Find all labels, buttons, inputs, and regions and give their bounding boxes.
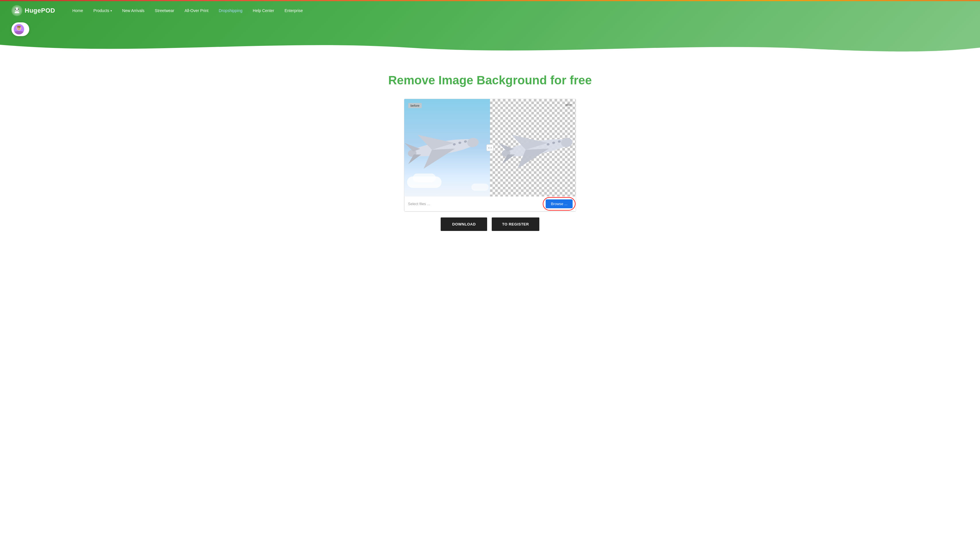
- avatar-bubble[interactable]: [12, 22, 29, 36]
- main-content: Remove Image Background for free before: [0, 56, 980, 242]
- before-panel: before: [404, 99, 490, 197]
- avatar-section: [0, 20, 980, 36]
- comparison-widget: before: [404, 99, 576, 212]
- after-label: after: [565, 103, 572, 107]
- main-nav: Home Products ▾ New Arrivals Streetwear …: [72, 8, 303, 13]
- before-label: before: [408, 103, 422, 108]
- svg-rect-9: [14, 31, 24, 35]
- svg-point-8: [20, 27, 20, 28]
- nav-item-home[interactable]: Home: [72, 8, 83, 13]
- nav-item-help-center[interactable]: Help Center: [253, 8, 274, 13]
- svg-point-3: [18, 8, 19, 10]
- logo[interactable]: HugePOD: [12, 5, 55, 16]
- divider-handle[interactable]: ‹ ›: [486, 144, 493, 151]
- svg-rect-10: [17, 26, 21, 27]
- header-wave: [0, 39, 980, 56]
- file-input-bar: Select files ... Browse ...: [404, 197, 576, 212]
- svg-point-2: [15, 8, 16, 10]
- nav-item-streetwear[interactable]: Streetwear: [155, 8, 175, 13]
- after-panel: after: [490, 99, 576, 197]
- logo-text: HugePOD: [25, 7, 55, 14]
- action-buttons: DOWNLOAD TO REGISTER: [441, 217, 539, 231]
- nav-item-new-arrivals[interactable]: New Arrivals: [122, 8, 145, 13]
- avatar: [14, 24, 24, 35]
- register-button[interactable]: TO REGISTER: [492, 217, 539, 231]
- nav-item-products[interactable]: Products ▾: [93, 8, 112, 13]
- comparison-container: before: [404, 99, 576, 197]
- nav-item-all-over-print[interactable]: All-Over Print: [185, 8, 208, 13]
- svg-rect-4: [15, 12, 19, 13]
- nav-item-dropshipping[interactable]: Dropshipping: [219, 8, 243, 13]
- nav-item-enterprise[interactable]: Enterprise: [285, 8, 303, 13]
- download-button[interactable]: DOWNLOAD: [441, 217, 487, 231]
- chevron-down-icon: ▾: [110, 9, 112, 12]
- page-title: Remove Image Background for free: [388, 73, 592, 87]
- header: HugePOD Home Products ▾ New Arrivals S: [0, 1, 980, 56]
- file-select-text: Select files ...: [408, 202, 543, 206]
- browse-button[interactable]: Browse ...: [546, 199, 573, 208]
- browse-button-wrapper: Browse ...: [546, 199, 573, 208]
- svg-point-7: [18, 27, 18, 28]
- logo-icon: [12, 5, 22, 16]
